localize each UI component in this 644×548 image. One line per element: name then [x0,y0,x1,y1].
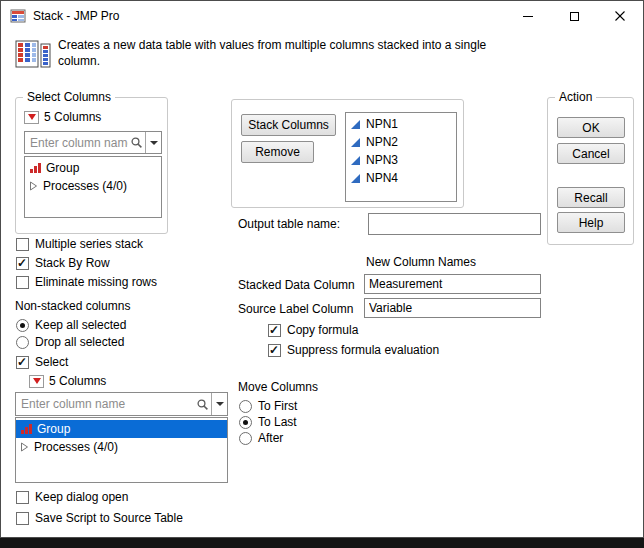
chevron-down-icon [216,402,224,406]
list-item-npn2[interactable]: NPN2 [346,133,456,151]
columns-red-triangle-menu[interactable]: 5 Columns [24,110,101,124]
list-item-processes[interactable]: Processes (4/0) [25,177,161,195]
stack-columns-group: Stack Columns Remove NPN1 NPN2 NPN3 NPN4 [231,99,464,208]
non-stacked-columns-title: Non-stacked columns [15,299,130,313]
close-button[interactable] [597,1,643,31]
select-columns-group: Select Columns 5 Columns Group [15,97,168,234]
radio-label: To Last [258,415,297,429]
column-filter-combo [24,131,162,154]
columns-count-label: 5 Columns [44,110,101,124]
continuous-column-icon [350,119,361,130]
checkbox-icon [16,356,29,369]
list-item-processes[interactable]: Processes (4/0) [16,438,227,456]
stacked-columns-list: NPN1 NPN2 NPN3 NPN4 [345,112,457,202]
checkbox-label: Stack By Row [35,256,110,270]
cancel-button[interactable]: Cancel [557,143,625,164]
checkbox-label: Keep dialog open [35,490,128,504]
output-table-name-label: Output table name: [238,217,340,231]
move-columns-title: Move Columns [238,380,318,394]
red-triangle-icon[interactable] [24,111,39,124]
list-item-label: Group [37,422,70,436]
search-icon [130,136,143,149]
checkbox-select[interactable]: Select [16,355,68,369]
list-item-label: NPN3 [366,153,398,167]
list-item-npn1[interactable]: NPN1 [346,115,456,133]
radio-drop-all-selected[interactable]: Drop all selected [16,335,124,349]
non-stacked-filter-input[interactable] [16,393,196,415]
checkbox-icon [16,512,29,525]
column-list: Group Processes (4/0) [24,156,162,218]
radio-icon [16,319,29,332]
checkbox-icon [16,276,29,289]
select-columns-title: Select Columns [23,90,115,104]
nominal-column-icon [29,162,41,174]
disclosure-icon[interactable] [20,442,29,452]
source-label-column-input[interactable] [364,298,541,318]
non-stacked-filter-combo [15,392,228,416]
output-table-name-input[interactable] [368,213,541,235]
continuous-column-icon [350,173,361,184]
window-title: Stack - JMP Pro [33,9,119,23]
maximize-button[interactable] [551,1,597,31]
checkbox-copy-formula[interactable]: Copy formula [268,323,358,337]
close-icon [615,11,625,21]
list-item-label: Processes (4/0) [34,440,118,454]
radio-to-first[interactable]: To First [239,399,297,413]
jmp-app-icon [10,8,26,24]
list-item-group[interactable]: Group [25,159,161,177]
list-item-label: NPN1 [366,117,398,131]
radio-icon [239,416,252,429]
checkbox-icon [268,344,281,357]
checkbox-icon [16,491,29,504]
stacked-data-column-input[interactable] [364,274,541,294]
checkbox-icon [16,257,29,270]
stack-dialog-window: Stack - JMP Pro [0,0,644,538]
action-title: Action [555,90,596,104]
checkbox-icon [268,324,281,337]
ok-button[interactable]: OK [557,117,625,138]
minimize-button[interactable] [505,1,551,31]
minimize-icon [523,16,533,17]
non-stacked-red-triangle-menu[interactable]: 5 Columns [29,374,106,388]
help-button[interactable]: Help [557,212,625,233]
continuous-column-icon [350,137,361,148]
source-label-column-label: Source Label Column [238,302,360,316]
maximize-icon [570,12,579,21]
filter-dropdown-button[interactable] [145,132,161,153]
checkbox-suppress-formula-evaluation[interactable]: Suppress formula evaluation [268,343,439,357]
stack-columns-button[interactable]: Stack Columns [241,114,336,136]
columns-count-label: 5 Columns [49,374,106,388]
checkbox-eliminate-missing-rows[interactable]: Eliminate missing rows [16,275,157,289]
recall-button[interactable]: Recall [557,187,625,208]
remove-button[interactable]: Remove [241,141,314,163]
checkbox-label: Select [35,355,68,369]
list-item-npn3[interactable]: NPN3 [346,151,456,169]
chevron-down-icon [150,141,158,145]
radio-keep-all-selected[interactable]: Keep all selected [16,318,126,332]
filter-dropdown-button[interactable] [211,393,227,415]
search-icon [196,398,209,411]
checkbox-multiple-series-stack[interactable]: Multiple series stack [16,237,143,251]
radio-label: After [258,431,283,445]
checkbox-keep-dialog-open[interactable]: Keep dialog open [16,490,128,504]
checkbox-label: Copy formula [287,323,358,337]
radio-to-last[interactable]: To Last [239,415,297,429]
checkbox-label: Multiple series stack [35,237,143,251]
red-triangle-icon[interactable] [29,375,44,388]
radio-label: Keep all selected [35,318,126,332]
list-item-label: NPN2 [366,135,398,149]
radio-label: To First [258,399,297,413]
checkbox-save-script-to-source-table[interactable]: Save Script to Source Table [16,511,183,525]
list-item-group[interactable]: Group [16,420,227,438]
checkbox-stack-by-row[interactable]: Stack By Row [16,256,110,270]
checkbox-icon [16,238,29,251]
radio-after[interactable]: After [239,431,283,445]
radio-icon [16,336,29,349]
checkbox-label: Save Script to Source Table [35,511,183,525]
screen: Stack - JMP Pro [0,0,644,548]
new-column-names-title: New Column Names [366,255,476,269]
column-filter-input[interactable] [25,132,130,153]
titlebar[interactable]: Stack - JMP Pro [1,1,643,31]
disclosure-icon[interactable] [29,181,38,191]
list-item-npn4[interactable]: NPN4 [346,169,456,187]
